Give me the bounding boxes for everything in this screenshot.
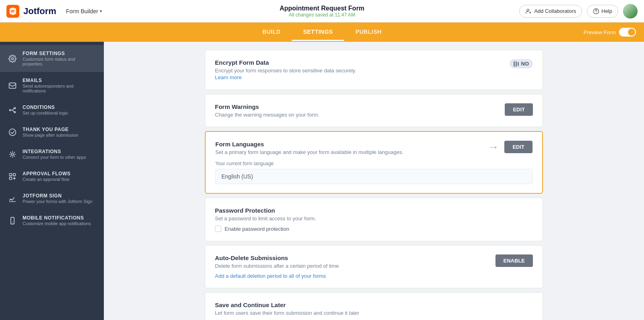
sidebar-item-integrations-text: INTEGRATIONS Connect your form to other … xyxy=(23,149,86,160)
person-add-icon xyxy=(525,8,532,14)
languages-btn-with-arrow: → EDIT xyxy=(487,141,533,153)
user-avatar[interactable] xyxy=(623,4,638,18)
tab-build[interactable]: BUILD xyxy=(251,24,292,41)
toggle-bar-2 xyxy=(516,61,517,67)
svg-point-10 xyxy=(12,153,14,155)
help-button[interactable]: Help xyxy=(587,5,618,18)
auto-delete-link[interactable]: Add a default deletion period to all of … xyxy=(215,273,533,279)
encrypt-section-header: Encrypt Form Data Encrypt your form resp… xyxy=(215,59,533,81)
warnings-section-header: Form Warnings Change the warning message… xyxy=(215,103,533,118)
svg-point-3 xyxy=(596,12,597,13)
password-checkbox-row: Enable password protection xyxy=(215,226,533,232)
gear-icon xyxy=(8,54,17,63)
svg-rect-11 xyxy=(10,173,12,176)
add-collaborators-label: Add Collaborators xyxy=(534,8,576,14)
help-icon xyxy=(593,8,599,14)
sidebar-item-thank-you[interactable]: THANK YOU PAGE Show page after submissio… xyxy=(0,121,104,143)
sidebar-item-integrations[interactable]: INTEGRATIONS Connect your form to other … xyxy=(0,143,104,165)
encrypt-learn-more-link[interactable]: Learn more xyxy=(215,74,242,80)
form-builder-button[interactable]: Form Builder ▾ xyxy=(63,6,105,16)
tab-publish[interactable]: PUBLISH xyxy=(344,24,393,41)
sidebar-item-approval-flows-text: APPROVAL FLOWS Create an approval flow xyxy=(23,171,70,182)
logo-text: Jotform xyxy=(23,6,56,16)
main-layout: FORM SETTINGS Customize form status and … xyxy=(0,42,644,320)
sidebar-item-conditions[interactable]: CONDITIONS Set up conditional logic xyxy=(0,99,104,121)
save-continue-section: Save and Continue Later Let form users s… xyxy=(205,292,543,320)
save-continue-text: Save and Continue Later Let form users s… xyxy=(215,302,359,316)
current-language-input[interactable] xyxy=(215,169,533,184)
sidebar-item-jotform-sign-text: JOTFORM SIGN Power your forms with Jotfo… xyxy=(23,193,93,204)
tab-bar: BUILD SETTINGS PUBLISH Preview Form xyxy=(0,23,644,42)
logo-area: Jotform xyxy=(6,5,56,18)
nav-right: Add Collaborators Help xyxy=(519,4,638,18)
mobile-icon xyxy=(8,216,17,225)
content-area: Encrypt Form Data Encrypt your form resp… xyxy=(104,42,644,320)
sidebar-item-form-settings-text: FORM SETTINGS Customize form status and … xyxy=(23,51,96,66)
form-title-center: Appointment Request Form All changes sav… xyxy=(280,5,365,18)
auto-delete-desc: Delete form submissions after a certain … xyxy=(215,263,339,269)
warnings-title: Form Warnings xyxy=(215,103,319,110)
current-language-label: Your current form language xyxy=(215,161,533,166)
svg-rect-13 xyxy=(10,177,12,179)
form-title: Appointment Request Form xyxy=(280,5,365,12)
toggle-bars-icon xyxy=(514,61,519,67)
language-input-row: Your current form language xyxy=(215,161,533,184)
tab-settings[interactable]: SETTINGS xyxy=(292,24,344,41)
auto-delete-section-text: Auto-Delete Submissions Delete form subm… xyxy=(215,254,339,269)
languages-section-header: Form Languages Set a primary form langua… xyxy=(215,141,533,155)
sidebar: FORM SETTINGS Customize form status and … xyxy=(0,42,104,320)
sidebar-item-thank-you-text: THANK YOU PAGE Show page after submissio… xyxy=(23,127,78,137)
encrypt-toggle[interactable]: NO xyxy=(510,59,533,68)
preview-form-label: Preview Form xyxy=(584,29,616,35)
auto-delete-section-header: Auto-Delete Submissions Delete form subm… xyxy=(215,254,533,269)
toggle-bar-1 xyxy=(514,61,515,67)
form-warnings-edit-button[interactable]: EDIT xyxy=(505,103,533,116)
save-continue-desc: Let form users save their form submissio… xyxy=(215,310,359,316)
auto-delete-section: Auto-Delete Submissions Delete form subm… xyxy=(205,245,543,288)
form-builder-label: Form Builder xyxy=(66,8,98,14)
tab-bar-tabs: BUILD SETTINGS PUBLISH xyxy=(251,24,393,41)
sidebar-item-mobile-notifications[interactable]: MOBILE NOTIFICATIONS Customize mobile ap… xyxy=(0,209,104,232)
warnings-desc: Change the warning messages on your form… xyxy=(215,112,319,118)
integrations-icon xyxy=(8,150,17,159)
save-continue-title: Save and Continue Later xyxy=(215,302,359,308)
chevron-down-icon: ▾ xyxy=(100,9,102,13)
approval-icon xyxy=(8,172,17,181)
sidebar-item-approval-flows[interactable]: APPROVAL FLOWS Create an approval flow xyxy=(0,165,104,187)
form-languages-edit-button[interactable]: EDIT xyxy=(504,141,533,153)
password-protection-section: Password Protection Set a password to li… xyxy=(205,198,543,241)
preview-form-area: Preview Form xyxy=(584,28,636,37)
svg-rect-12 xyxy=(13,173,16,176)
sidebar-item-form-settings[interactable]: FORM SETTINGS Customize form status and … xyxy=(0,45,104,72)
sign-icon xyxy=(8,194,17,203)
sidebar-item-jotform-sign[interactable]: JOTFORM SIGN Power your forms with Jotfo… xyxy=(0,187,104,209)
sidebar-item-emails[interactable]: EMAILS Send autoresponders and notificat… xyxy=(0,72,104,99)
jotform-logo-icon xyxy=(6,5,19,18)
preview-form-toggle[interactable] xyxy=(619,28,636,37)
svg-point-1 xyxy=(527,9,529,11)
svg-point-15 xyxy=(12,222,13,223)
languages-section-text: Form Languages Set a primary form langua… xyxy=(215,141,404,155)
top-nav: Jotform Form Builder ▾ Appointment Reque… xyxy=(0,0,644,23)
auto-delete-title: Auto-Delete Submissions xyxy=(215,254,339,261)
arrow-annotation-icon: → xyxy=(487,142,499,153)
sidebar-item-conditions-text: CONDITIONS Set up conditional logic xyxy=(23,105,68,115)
encrypt-section-text: Encrypt Form Data Encrypt your form resp… xyxy=(215,59,356,81)
sidebar-item-mobile-notifications-text: MOBILE NOTIFICATIONS Customize mobile ap… xyxy=(23,215,91,226)
form-warnings-section: Form Warnings Change the warning message… xyxy=(205,94,543,127)
enable-password-label: Enable password protection xyxy=(225,226,289,232)
encrypt-desc: Encrypt your form responses to store sen… xyxy=(215,68,356,74)
sidebar-item-emails-text: EMAILS Send autoresponders and notificat… xyxy=(23,78,96,93)
conditions-icon xyxy=(8,106,17,115)
add-collaborators-button[interactable]: Add Collaborators xyxy=(519,5,582,18)
languages-desc: Set a primary form language and make you… xyxy=(215,149,404,155)
form-languages-section: Form Languages Set a primary form langua… xyxy=(205,131,543,194)
auto-delete-enable-button[interactable]: ENABLE xyxy=(495,254,533,267)
check-circle-icon xyxy=(8,128,17,137)
email-icon xyxy=(8,81,17,90)
enable-password-checkbox[interactable] xyxy=(215,226,221,232)
encrypt-form-data-section: Encrypt Form Data Encrypt your form resp… xyxy=(205,50,543,90)
password-title: Password Protection xyxy=(215,207,316,214)
password-desc: Set a password to limit access to your f… xyxy=(215,215,316,222)
svg-point-9 xyxy=(9,129,16,135)
